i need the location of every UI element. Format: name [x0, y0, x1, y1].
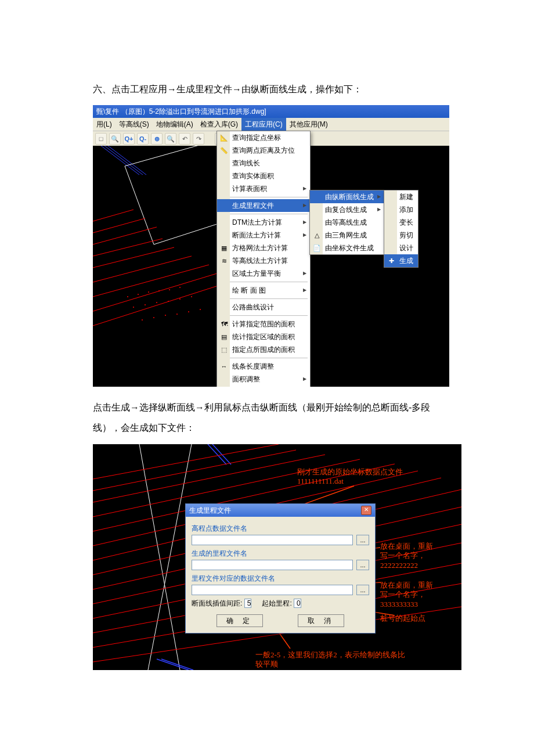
browse-elev-file[interactable]: ... [356, 535, 369, 545]
action-new[interactable]: 新建 [384, 190, 418, 203]
menu-section-earth[interactable]: 断面法土方计算 [217, 229, 310, 242]
menu-dtm-earth[interactable]: DTM法土方计算 [217, 216, 310, 229]
submenu-from-contour[interactable]: 由等高线生成 [310, 216, 384, 229]
menu-query-point[interactable]: 📐查询指定点坐标 [217, 131, 310, 144]
menu-item-contour[interactable]: 等高线(S) [116, 118, 153, 131]
browse-mileage-file[interactable]: ... [356, 560, 369, 570]
zoom-out-button[interactable]: Q- [137, 133, 149, 145]
zoom-in-button[interactable]: Q+ [123, 133, 135, 145]
input-start-mile[interactable]: 0 [294, 599, 301, 608]
annotation-source-file: 刚才生成的原始坐标数据点文件 1111111111.dat [297, 467, 403, 487]
svg-point-31 [176, 314, 178, 315]
browse-data-file[interactable]: ... [356, 585, 369, 595]
paragraph-2: 点击生成→选择纵断面线→利用鼠标点击纵断面线（最刚开始绘制的总断面线-多段线），… [93, 397, 441, 438]
cancel-button[interactable]: 取 消 [298, 614, 344, 627]
svg-point-22 [133, 307, 134, 308]
submenu-from-profile[interactable]: 由纵断面线生成 [310, 190, 384, 203]
submenu-from-coord[interactable]: 📄由坐标文件生成 [310, 242, 384, 254]
svg-point-27 [191, 296, 192, 297]
svg-point-19 [158, 290, 160, 291]
paragraph-1: 六、点击工程应用→生成里程文件→由纵断面线生成，操作如下： [93, 79, 441, 99]
menu-item-check[interactable]: 检查入库(G) [197, 118, 241, 131]
svg-point-30 [165, 315, 166, 316]
action-design[interactable]: 设计 [384, 242, 418, 254]
menu-bar[interactable]: 用(L) 等高线(S) 地物编辑(A) 检查入库(G) 工程应用(C) 其他应用… [93, 118, 449, 131]
action-generate[interactable]: ✚生成 [384, 254, 418, 267]
dialog-gen-mileage: 生成里程文件 ✕ 高程点数据文件名 ... 生成的里程文件名 ... 里程文件对… [185, 503, 376, 633]
screenshot-dialog: 刚才生成的原始坐标数据点文件 1111111111.dat 放在桌面，重新 写一… [93, 444, 461, 670]
svg-point-25 [168, 301, 169, 302]
menu-region-balance[interactable]: 区域土方量平衡 [217, 267, 310, 280]
menu-query-len[interactable]: 查询线长 [217, 157, 310, 170]
menu-engineering-dropdown[interactable]: 📐查询指定点坐标 📏查询两点距离及方位 查询线长 查询实体面积 计算表面积 生成… [217, 131, 311, 387]
menu-item-engineering[interactable]: 工程应用(C) [241, 118, 286, 131]
label-start-mile: 起始里程: [262, 599, 291, 607]
menu-query-dist[interactable]: 📏查询两点距离及方位 [217, 144, 310, 157]
submenu-from-polyline[interactable]: 由复合线生成 [310, 203, 384, 216]
menu-calc-range-area[interactable]: 🗺计算指定范围的面积 [217, 318, 310, 330]
toolbar-button[interactable]: □ [95, 133, 107, 145]
input-interval[interactable]: 5 [244, 599, 252, 608]
screenshot-menu: 甄\复件 （原图）5-2除溢出口到导流洞进口加拱形.dwg] 用(L) 等高线(… [93, 105, 449, 387]
label-mileage-file: 生成的里程文件名 [192, 549, 369, 559]
menu-calc-surface[interactable]: 计算表面积 [217, 182, 310, 195]
label-elev-file: 高程点数据文件名 [192, 524, 369, 534]
ok-button[interactable]: 确 定 [217, 614, 263, 627]
menu-item-use[interactable]: 用(L) [93, 118, 116, 131]
menu-contour-earth[interactable]: ≋等高线法土方计算 [217, 254, 310, 267]
action-varlen[interactable]: 变长 [384, 216, 418, 229]
redo-button[interactable]: ↷ [193, 133, 204, 145]
annotation-desktop-2: 放在桌面，重新 写一个名字， 3333333333 [380, 581, 433, 610]
svg-point-23 [145, 304, 146, 305]
zoom-win-button[interactable]: 🔍 [165, 133, 176, 145]
zoom-button[interactable]: 🔍 [109, 133, 121, 145]
svg-point-17 [138, 294, 139, 295]
menu-item-other[interactable]: 其他应用(M) [286, 118, 331, 131]
annotation-interval: 一般2-5，这里我们选择2，表示绘制的线条比 较平顺 [255, 650, 453, 670]
svg-point-20 [169, 289, 170, 290]
input-elev-file[interactable] [192, 535, 353, 545]
action-cut[interactable]: 剪切 [384, 229, 418, 242]
zoom-ext-button[interactable]: ⊕ [151, 133, 163, 145]
svg-point-26 [179, 298, 181, 300]
svg-point-18 [148, 291, 149, 293]
submenu-profile-actions[interactable]: 新建 添加 变长 剪切 设计 ✚生成 [384, 190, 418, 268]
svg-point-21 [179, 287, 181, 288]
menu-line-length[interactable]: ↔线条长度调整 [217, 360, 310, 373]
input-data-file[interactable] [192, 585, 353, 595]
menu-road-curve[interactable]: 公路曲线设计 [217, 301, 310, 314]
menu-item-edit[interactable]: 地物编辑(A) [153, 118, 197, 131]
menu-gen-mileage-file[interactable]: 生成里程文件 [217, 199, 310, 212]
label-interval: 断面线插值间距: [192, 599, 242, 607]
label-data-file: 里程文件对应的数据文件名 [192, 574, 369, 584]
svg-point-24 [156, 302, 157, 303]
close-button[interactable]: ✕ [361, 506, 371, 515]
dialog-title: 生成里程文件 [189, 504, 231, 517]
submenu-from-tin[interactable]: △由三角网生成 [310, 229, 384, 242]
svg-point-16 [127, 296, 128, 297]
annotation-desktop-1: 放在桌面，重新 写一个名字， 2222222222 [380, 542, 433, 571]
menu-stat-area[interactable]: ▤统计指定区域的面积 [217, 330, 310, 343]
dialog-title-bar: 生成里程文件 ✕ [186, 504, 375, 517]
action-add[interactable]: 添加 [384, 203, 418, 216]
undo-button[interactable]: ↶ [179, 133, 190, 145]
menu-query-area[interactable]: 查询实体面积 [217, 170, 310, 182]
svg-point-29 [153, 317, 154, 318]
svg-point-28 [142, 319, 143, 321]
svg-point-33 [200, 309, 201, 310]
input-mileage-file[interactable] [192, 560, 353, 570]
menu-area-adjust[interactable]: 面积调整 [217, 373, 310, 386]
window-title: 甄\复件 （原图）5-2除溢出口到导流洞进口加拱形.dwg] [93, 105, 449, 118]
menu-draw-section[interactable]: 绘 断 面 图 [217, 284, 310, 297]
svg-point-32 [188, 311, 189, 312]
annotation-start-station: 桩号的起始点 [380, 614, 425, 624]
menu-point-area[interactable]: ⬚指定点所围成的面积 [217, 343, 310, 356]
menu-grid-earth[interactable]: ▦方格网法土方计算 [217, 242, 310, 254]
submenu-gen-mileage[interactable]: 由纵断面线生成 由复合线生成 由等高线生成 △由三角网生成 📄由坐标文件生成 [309, 190, 385, 255]
